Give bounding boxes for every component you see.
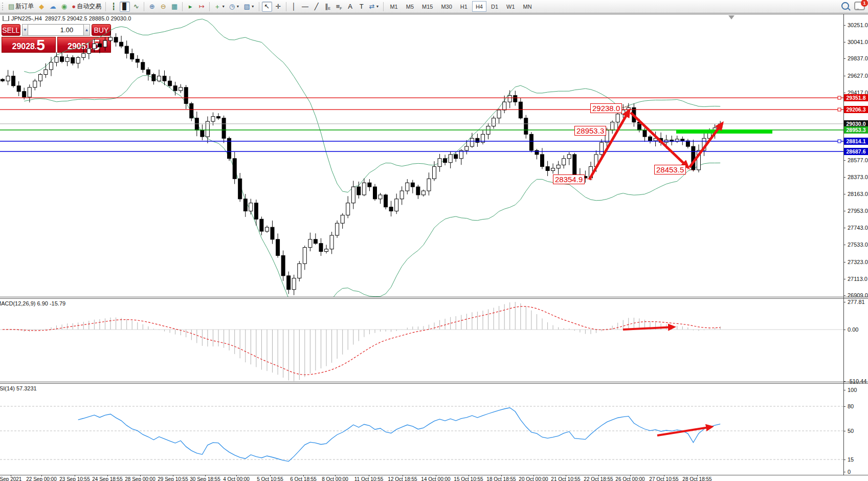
timeframe-button-m1[interactable]: M1: [386, 1, 401, 12]
macd-histogram: [3, 302, 720, 381]
timeframe-button-m30[interactable]: M30: [437, 1, 455, 12]
rsi-tick-label: 80: [848, 403, 854, 409]
label-button-glyph: T: [360, 3, 364, 10]
signals-icon[interactable]: ◉: [59, 2, 69, 12]
price-annotation-28953.3[interactable]: 28953.3: [574, 126, 606, 136]
rsi-line: [78, 408, 721, 462]
rsi-tick: [843, 460, 845, 460]
hline-handle-28814.1[interactable]: [838, 140, 841, 143]
main-chart-canvas[interactable]: [0, 14, 843, 297]
price-tick-label: 28163.0: [848, 191, 868, 197]
macd-tick-label: -510.44: [848, 378, 866, 384]
timeframe-button-h1[interactable]: H1: [457, 1, 471, 12]
price-tick: [843, 194, 845, 194]
zoom-out-button-glyph: ⊖: [161, 3, 166, 10]
macd-tick: [843, 381, 845, 382]
text-button-glyph: A: [348, 3, 352, 10]
trend-arrow-1[interactable]: [631, 113, 688, 167]
magnifier-handle: [848, 8, 851, 11]
promo-icon[interactable]: ◆: [36, 2, 47, 12]
time-axis-label: 28 Oct 18:55: [676, 476, 719, 481]
toolbar-separator: [286, 2, 286, 11]
candles-layer: [1, 37, 722, 290]
chart-window[interactable]: JPN225-,H4 28927.5 29042.5 28885.0 29030…: [0, 14, 868, 481]
hline-handle-29206.3[interactable]: [838, 108, 841, 111]
zoom-in-button[interactable]: ⊕: [147, 2, 157, 12]
search-icon[interactable]: [841, 2, 849, 10]
price-tick: [843, 58, 845, 59]
price-tick-label: 27953.0: [848, 208, 868, 214]
macd-canvas[interactable]: [0, 299, 843, 382]
price-badge-29351.8: 29351.8: [844, 94, 868, 101]
timeframe-button-w1[interactable]: W1: [503, 1, 519, 12]
price-badge-29206.3: 29206.3: [844, 106, 868, 113]
price-tick-label: 29837.0: [848, 55, 868, 61]
periods-button[interactable]: ◷▼: [228, 2, 241, 12]
timeframe-button-h4[interactable]: H4: [472, 1, 486, 12]
horizontal-line-button-glyph: —: [302, 3, 308, 10]
chart-shift-marker: [728, 15, 735, 19]
toolbar-right: 1: [841, 2, 865, 10]
chart-shift-button[interactable]: ↦: [196, 2, 207, 12]
hline-handle-29351.8[interactable]: [838, 96, 841, 99]
label-button[interactable]: T: [357, 2, 367, 12]
vertical-line-button[interactable]: │: [289, 2, 299, 12]
price-tick-label: 27743.0: [848, 225, 868, 231]
toolbar-separator: [209, 2, 210, 11]
crosshair-button[interactable]: ✛: [273, 2, 283, 12]
rsi-bottom-border: [0, 475, 868, 475]
trendline-button[interactable]: ╱: [311, 2, 322, 12]
chart-top-border: [0, 14, 868, 14]
new-order-button[interactable]: ▤新订单: [7, 2, 35, 12]
timeframe-button-m15[interactable]: M15: [418, 1, 436, 12]
price-tick-label: 27113.0: [848, 276, 867, 282]
zoom-out-button[interactable]: ⊖: [158, 2, 168, 12]
community-icon[interactable]: ☁: [48, 2, 58, 12]
price-annotation-28354.9[interactable]: 28354.9: [553, 174, 585, 184]
timeframe-button-m5[interactable]: M5: [403, 1, 417, 12]
indicators-button[interactable]: ＋▼: [212, 2, 227, 12]
text-button[interactable]: A: [345, 2, 355, 12]
auto-trading-button[interactable]: ●自动交易: [70, 2, 103, 12]
line-chart-button[interactable]: ∿: [131, 2, 141, 12]
price-badge-28814.1: 28814.1: [844, 138, 868, 145]
cursor-button[interactable]: ↖: [262, 2, 272, 12]
price-tick-label: 30251.0: [848, 22, 868, 28]
rsi-canvas[interactable]: [0, 384, 843, 475]
crosshair-button-glyph: ✛: [275, 3, 281, 10]
rsi-tick-label: 50: [848, 428, 854, 434]
auto-trading-button-glyph: ●: [72, 3, 76, 10]
bar-chart-button[interactable]: ┇: [108, 2, 119, 12]
price-annotation-28453.5[interactable]: 28453.5: [654, 165, 686, 174]
price-badge-28953.3: 28953.3: [844, 126, 868, 134]
equidistant-channel-button[interactable]: ∥E: [323, 2, 333, 12]
fibonacci-button[interactable]: ≡F: [334, 2, 344, 12]
tile-windows-button[interactable]: ▦: [169, 2, 180, 12]
auto-scroll-button-glyph: ▸: [189, 3, 192, 10]
price-tick-label: 27323.0: [848, 259, 868, 265]
timeframe-button-d1[interactable]: D1: [487, 1, 502, 12]
horizontal-line-button[interactable]: —: [300, 2, 310, 12]
price-tick-label: 28373.0: [848, 174, 868, 180]
periods-button-glyph: ◷: [229, 3, 235, 10]
templates-button-glyph: ▧: [243, 3, 250, 10]
notifications-icon[interactable]: 1: [854, 2, 865, 10]
auto-scroll-button[interactable]: ▸: [185, 2, 195, 12]
trend-arrow-0[interactable]: [589, 111, 629, 180]
zoom-in-button-glyph: ⊕: [149, 3, 155, 10]
timeframe-button-mn[interactable]: MN: [520, 1, 536, 12]
shapes-button[interactable]: ⇄▼: [368, 2, 381, 12]
price-annotation-29238.0[interactable]: 29238.0: [590, 103, 622, 113]
rsi-tick-label: 100: [848, 387, 857, 393]
cursor-button-glyph: ↖: [264, 3, 270, 10]
price-tick: [843, 279, 845, 279]
trendline-button-glyph: ╱: [315, 3, 319, 10]
green-highlight-bar[interactable]: [676, 129, 772, 134]
price-tick-label: 29627.0: [848, 73, 868, 79]
signals-icon-glyph: ◉: [61, 3, 67, 10]
promo-icon-glyph: ◆: [39, 3, 44, 10]
candlestick-chart-button[interactable]: ▊: [120, 2, 130, 12]
macd-signal-line: [3, 307, 720, 375]
price-tick-label: 26909.0: [848, 292, 868, 298]
templates-button[interactable]: ▧▼: [242, 2, 256, 12]
